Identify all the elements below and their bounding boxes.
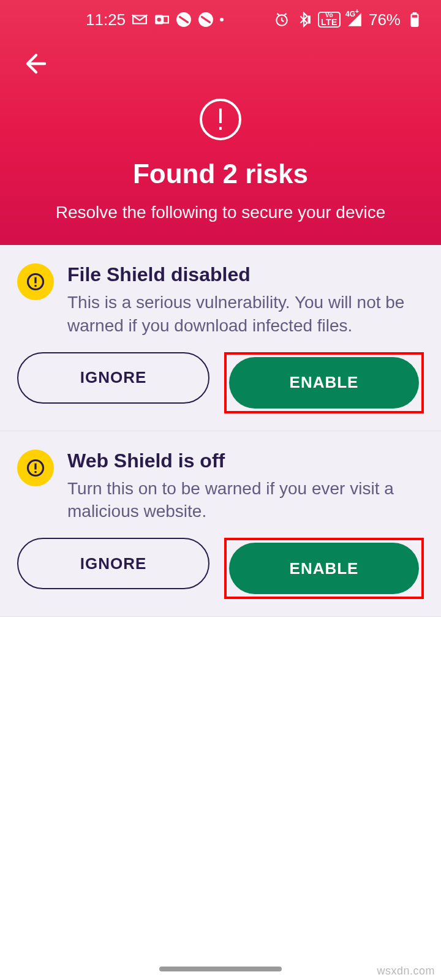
hero-title: Found 2 risks [133, 159, 308, 189]
svg-point-2 [157, 18, 161, 22]
warning-badge-icon [17, 450, 54, 486]
button-row: IGNORE ENABLE [17, 352, 424, 413]
enable-highlight: ENABLE [224, 538, 424, 599]
ignore-button[interactable]: IGNORE [17, 538, 209, 589]
svg-rect-11 [219, 127, 222, 130]
svg-rect-16 [34, 463, 36, 469]
svg-rect-6 [308, 16, 311, 24]
enable-highlight: ENABLE [224, 352, 424, 413]
svg-rect-9 [412, 15, 418, 17]
warning-circle-icon [200, 99, 241, 140]
card-content: Web Shield is off Turn this on to be war… [17, 450, 424, 524]
risk-card-file-shield: File Shield disabled This is a serious v… [0, 245, 441, 431]
signal-icon: 4G+ [347, 12, 363, 28]
header: 11:25 VoLTE 4G+ [0, 0, 441, 245]
back-button[interactable] [21, 48, 51, 79]
battery-percent: 76% [369, 10, 401, 29]
status-right: VoLTE 4G+ 76% [274, 10, 423, 29]
svg-rect-1 [163, 17, 168, 23]
warning-badge-icon [17, 263, 54, 300]
card-description: This is a serious vulnerability. You wil… [67, 291, 424, 337]
status-left: 11:25 [86, 10, 224, 29]
card-title: File Shield disabled [67, 263, 424, 286]
volte-icon: VoLTE [318, 12, 341, 28]
card-description: Turn this on to be warned if you ever vi… [67, 477, 424, 524]
ignore-button[interactable]: IGNORE [17, 352, 209, 404]
notification-icon-1 [176, 12, 192, 28]
button-row: IGNORE ENABLE [17, 538, 424, 599]
bluetooth-battery-icon [296, 12, 312, 28]
risk-card-web-shield: Web Shield is off Turn this on to be war… [0, 431, 441, 617]
svg-rect-8 [413, 12, 417, 14]
svg-rect-17 [34, 471, 36, 473]
hero-subtitle: Resolve the following to secure your dev… [56, 203, 386, 222]
watermark: wsxdn.com [377, 965, 435, 978]
alarm-icon [274, 12, 290, 28]
enable-button[interactable]: ENABLE [229, 543, 419, 594]
card-text: Web Shield is off Turn this on to be war… [67, 450, 424, 524]
card-text: File Shield disabled This is a serious v… [67, 263, 424, 337]
hero: Found 2 risks Resolve the following to s… [0, 88, 441, 245]
battery-icon [407, 12, 423, 28]
status-bar: 11:25 VoLTE 4G+ [0, 0, 441, 39]
card-title: Web Shield is off [67, 450, 424, 472]
gmail-icon [132, 12, 148, 28]
nav-bar [0, 39, 441, 88]
status-time: 11:25 [86, 10, 126, 29]
enable-button[interactable]: ENABLE [229, 357, 419, 409]
svg-rect-13 [34, 277, 36, 284]
card-content: File Shield disabled This is a serious v… [17, 263, 424, 337]
svg-rect-10 [219, 108, 222, 123]
gesture-bar[interactable] [159, 967, 282, 971]
notification-icon-2 [198, 12, 214, 28]
svg-rect-14 [34, 285, 36, 287]
more-notifications-dot [220, 18, 224, 21]
outlook-icon [154, 12, 170, 28]
